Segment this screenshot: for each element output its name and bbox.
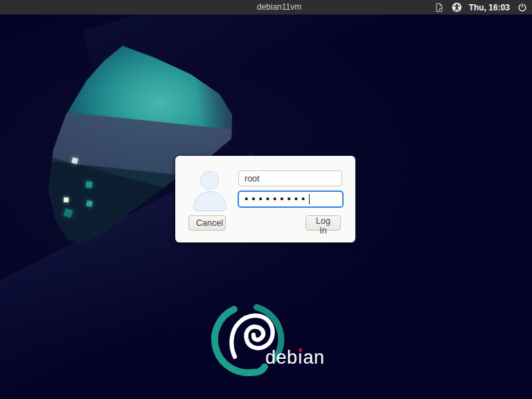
wordmark-part: deb [265, 347, 298, 368]
clock-label: Thu, 16:03 [469, 3, 510, 12]
login-button[interactable]: Log In [305, 215, 341, 231]
wallpaper-confetti-square [64, 197, 69, 202]
username-input[interactable] [238, 170, 342, 186]
debian-red-dot [299, 348, 302, 352]
wordmark-part: an [303, 347, 325, 368]
debian-logo: debıan [193, 282, 332, 393]
password-masked-value: ••••••••• [245, 192, 308, 206]
login-dialog: ••••••••• Cancel Log In [175, 156, 355, 242]
power-icon[interactable] [517, 2, 527, 12]
text-caret [309, 194, 310, 204]
notes-indicator-icon[interactable] [434, 2, 445, 12]
debian-wordmark: debıan [265, 347, 325, 369]
top-bar-tray: Thu, 16:03 [434, 0, 532, 15]
avatar-body [193, 191, 227, 211]
hostname-label: debian11vm [257, 0, 302, 15]
top-bar: debian11vm Thu, 16:03 [0, 0, 532, 15]
accessibility-icon[interactable] [452, 2, 462, 12]
login-screen: debian11vm Thu, 16:03 [0, 0, 532, 399]
wallpaper-confetti-square [85, 181, 92, 188]
cancel-button[interactable]: Cancel [188, 215, 226, 231]
password-input[interactable]: ••••••••• [238, 190, 344, 208]
wordmark-i: ı [298, 347, 303, 369]
wallpaper-confetti-square [86, 200, 92, 206]
wallpaper-confetti-square [71, 157, 78, 163]
avatar-head [200, 171, 219, 190]
user-avatar-icon [192, 170, 228, 211]
debian-swirl-icon [193, 282, 311, 393]
